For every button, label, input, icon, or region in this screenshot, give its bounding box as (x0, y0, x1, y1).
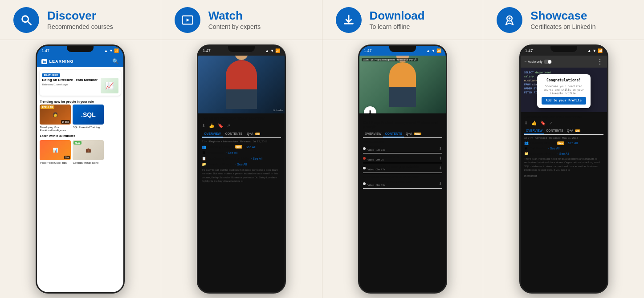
download-action-2[interactable]: ⬇ (202, 123, 205, 128)
download-subtitle: To learn offline (370, 23, 425, 30)
exercise-label-2: Exercise Files (1) (208, 163, 233, 166)
item-meta-3-3: Video · 2m 47s (367, 168, 419, 171)
audio-toggle-4[interactable]: ← Audio only (524, 60, 552, 64)
discover-icon-circle (13, 7, 39, 33)
download-action-4[interactable]: ⬇ (524, 121, 528, 125)
congrats-text-4: Showcase your completed course and skill… (542, 85, 586, 95)
section-toggle-3[interactable]: ∧ (440, 140, 442, 144)
exercise-row-4: 📁 Exercise Files (1) · See All (524, 152, 603, 156)
showcase-icon-circle (497, 7, 522, 33)
video-item-4-3[interactable]: Overview of the PMBOK® Guide Video · 3m … (363, 181, 442, 189)
groups-seeall-2[interactable]: · See All (244, 145, 256, 149)
share-action-2[interactable]: ↗ (227, 123, 230, 128)
video-bg-3 (359, 56, 446, 113)
download-title: Download (370, 9, 425, 22)
ceu-row-2: 📋 Continuing Education Units · See All (202, 157, 281, 161)
item-dot-2-3 (363, 157, 366, 160)
phone2-content: Being an Effective Team Member ⬇ 👍 🔖 ↗ O… (198, 113, 285, 292)
save-action-4[interactable]: 🔖 (540, 121, 546, 125)
course-item-3[interactable]: 📊 26m PowerPoint Quick Tips (40, 140, 71, 165)
instructor-body-2 (226, 60, 257, 109)
tab-qa-2[interactable]: Q+A 16 (245, 131, 262, 137)
exercise-seeall-4[interactable]: · See All (558, 152, 569, 155)
video-bg-2 (198, 56, 285, 113)
exercise-seeall-2[interactable]: · See All (235, 163, 247, 166)
item-dot-3-3 (363, 167, 366, 169)
featured-title-1: Being an Effective Team Member (42, 78, 99, 82)
toggle-switch-4[interactable] (544, 60, 552, 64)
cert-seeall-4[interactable]: · See All (548, 147, 560, 150)
menu-icon-4[interactable]: ⋮ (596, 57, 603, 66)
instructor-body-3 (389, 62, 416, 107)
discover-text-group: Discover Recommended courses (47, 9, 113, 30)
exercise-row-2: 📁 Exercise Files (1) · See All (202, 162, 281, 166)
ceu-label-2: Continuing Education Units (208, 157, 249, 160)
learning-groups-row-4: 👥 Learning Groups New · See All (524, 141, 603, 145)
course-item-2[interactable]: .SQL SQL Essential Training (73, 105, 104, 132)
tab-overview-2[interactable]: OVERVIEW (202, 131, 223, 137)
header-section-discover: Discover Recommended courses (0, 0, 161, 40)
item-download-2-3[interactable]: ⬇ (439, 156, 442, 161)
groups-new-4: New (557, 141, 564, 145)
phone3-content: Cert Prep: Project Management Profession… (359, 113, 446, 292)
course-thumb-2: .SQL (73, 105, 104, 125)
course-item-1[interactable]: 👩 POPULAR 1h 36m Developing Your Emotion… (40, 105, 71, 132)
item-download-4-3[interactable]: ⬇ (439, 181, 442, 186)
video-item-2-3[interactable]: What you should know Video · 2m 0s ⬇ (363, 155, 442, 163)
instructor-head-2 (235, 56, 248, 60)
tabs-3: OVERVIEW CONTENTS Q+A New (363, 131, 442, 138)
popular-badge-1: POPULAR (41, 105, 54, 109)
courses-row-1: 👩 POPULAR 1h 36m Developing Your Emotion… (37, 105, 123, 132)
linkedin-logo-1: in (41, 59, 47, 64)
groups-icon-4: 👥 (524, 141, 529, 145)
time-1: 1:47 (41, 48, 49, 53)
item-download-1-3[interactable]: ⬇ (439, 146, 442, 151)
add-to-profile-btn-4[interactable]: Add to your Profile (542, 97, 586, 105)
like-action-2[interactable]: 👍 (209, 123, 214, 128)
cert-label-4: Certificates (530, 147, 546, 150)
phone-1: 1:47 ▲ ▼ 📶 in LEARNING 🔍 FEATURED (36, 44, 125, 294)
signal-icons-2: ▲ ▼ 📶 (265, 48, 280, 53)
course-item-4[interactable]: 💼 NEW Gettings Things Done (73, 140, 104, 165)
course-thumb-3: 📊 26m (40, 140, 71, 160)
item-download-3-3[interactable]: ⬇ (439, 166, 442, 170)
instructor-container-2 (226, 60, 257, 109)
section2-1: Learn within 30 minutes 📊 26m PowerPoint… (37, 132, 123, 165)
save-action-2[interactable]: 🔖 (218, 123, 223, 128)
groups-label-2: Learning Groups (208, 145, 233, 149)
featured-badge-1: FEATURED (42, 73, 60, 77)
header-section-watch: Watch Content by experts (161, 0, 322, 40)
signal-icons-1: ▲ ▼ 📶 (104, 48, 119, 53)
groups-seeall-4[interactable]: · See All (566, 141, 578, 145)
item-meta-2-3: Video · 2m 0s (367, 158, 399, 161)
video-item-1-3[interactable]: Welcome Video · 1m 23s ⬇ (363, 145, 442, 153)
header-section-showcase: Showcase Certificates on LinkedIn (483, 0, 644, 40)
groups-label-4: Learning Groups (530, 141, 555, 145)
phone-section-showcase: 1:47 ▲ ▼ 📶 ← Audio only ⋮ SELECT departm (483, 40, 644, 298)
tab-contents-3[interactable]: CONTENTS (383, 131, 404, 137)
tab-qa-3[interactable]: Q+A New (404, 131, 423, 137)
tab-contents-4[interactable]: CONTENTS (544, 128, 565, 134)
share-action-4[interactable]: ↗ (549, 121, 553, 125)
phone-section-watch: 1:47 ▲ ▼ 📶 LinkedIn Being an Effectiv (161, 40, 322, 298)
cert-seeall-2[interactable]: · See All (226, 151, 237, 154)
featured-card-1[interactable]: FEATURED Being an Effective Team Member … (40, 70, 121, 96)
ceu-seeall-2[interactable]: · See All (251, 157, 262, 160)
search-icon (20, 14, 33, 26)
phone-notch-4 (550, 46, 577, 52)
signal-icons-4: ▲ ▼ 📶 (587, 48, 603, 53)
search-btn-1[interactable]: 🔍 (112, 58, 119, 64)
section2-toggle-3[interactable]: ∧ (440, 175, 442, 179)
course-title-1: Developing Your Emotional Intelligence (40, 126, 71, 132)
tab-overview-4[interactable]: OVERVIEW (524, 128, 545, 134)
item-left-1-3: Welcome Video · 1m 23s (363, 145, 385, 151)
like-action-4[interactable]: 👍 (531, 121, 537, 125)
item-dot-4-3 (363, 182, 366, 185)
tab-contents-2[interactable]: CONTENTS (223, 131, 245, 137)
tab-qa-4[interactable]: Q+A 23 (565, 128, 582, 134)
discover-title: Discover (47, 9, 113, 22)
groups-icon-2: 👥 (202, 145, 206, 149)
svg-line-1 (28, 21, 31, 24)
tab-overview-3[interactable]: OVERVIEW (363, 131, 383, 137)
video-item-3-3[interactable]: Using additional exam prep materials Vid… (363, 165, 442, 173)
